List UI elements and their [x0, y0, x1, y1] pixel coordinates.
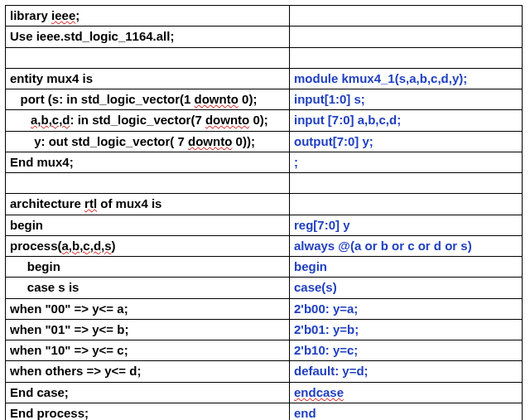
- verilog-cell: [290, 47, 523, 68]
- vhdl-text: 0);: [249, 113, 268, 127]
- verilog-text: end: [294, 406, 316, 420]
- vhdl-cell: a,b,c,d: in std_logic_vector(7 downto 0)…: [6, 110, 290, 131]
- verilog-text: input[1:0] s;: [294, 92, 365, 106]
- table-row: End mux4;;: [6, 152, 523, 172]
- verilog-cell: case(s): [290, 278, 523, 298]
- verilog-text: output[7:0] y;: [294, 134, 373, 148]
- vhdl-text: [10, 113, 31, 127]
- code-comparison-table: library ieee;Use ieee.std_logic_1164.all…: [5, 5, 523, 420]
- vhdl-text: End case;: [10, 385, 69, 399]
- vhdl-text: entity mux4 is: [10, 71, 93, 85]
- verilog-cell: reg[7:0] y: [290, 215, 523, 235]
- verilog-cell: 2'b01: y=b;: [290, 319, 523, 340]
- vhdl-cell: Use ieee.std_logic_1164.all;: [6, 27, 290, 47]
- table-row: End case;endcase: [6, 382, 523, 403]
- verilog-cell: endcase: [290, 382, 523, 403]
- vhdl-cell: library ieee;: [6, 6, 290, 27]
- vhdl-cell: y: out std_logic_vector( 7 downto 0));: [6, 131, 290, 152]
- vhdl-cell: End process;: [6, 403, 290, 420]
- vhdl-text: begin: [10, 259, 60, 273]
- verilog-text: case(s): [294, 280, 337, 294]
- table-row: when others => y<= d;default: y=d;: [6, 361, 523, 382]
- table-row: beginbegin: [6, 257, 523, 278]
- verilog-cell: ;: [290, 152, 523, 172]
- spellcheck-underline: downto: [195, 92, 238, 106]
- table-row: process(a,b,c,d,s)always @(a or b or c o…: [6, 235, 523, 256]
- spellcheck-underline: a,b,c,d: [31, 113, 70, 127]
- verilog-text: always @(a or b or c or d or s): [294, 239, 472, 253]
- vhdl-cell: architecture rtl of mux4 is: [6, 194, 290, 215]
- verilog-text: module kmux4_1(s,a,b,c,d,y);: [294, 71, 467, 85]
- verilog-text: [294, 51, 297, 65]
- table-row: End process;end: [6, 403, 523, 420]
- verilog-cell: [290, 194, 523, 215]
- verilog-text: ;: [294, 155, 298, 169]
- verilog-cell: begin: [290, 257, 523, 278]
- vhdl-text: ;: [75, 8, 80, 22]
- vhdl-text: 0));: [232, 134, 255, 148]
- vhdl-text: port (s: in std_logic_vector(1: [10, 92, 195, 106]
- vhdl-cell: when "01" => y<= b;: [6, 319, 290, 340]
- verilog-cell: [290, 173, 523, 194]
- vhdl-text: when "10" => y<= c;: [10, 343, 128, 357]
- vhdl-text: [10, 51, 13, 65]
- vhdl-text: Use ieee.std_logic_1164.all;: [10, 29, 174, 43]
- verilog-cell: default: y=d;: [290, 361, 523, 382]
- vhdl-cell: when others => y<= d;: [6, 361, 290, 382]
- verilog-cell: always @(a or b or c or d or s): [290, 235, 523, 256]
- verilog-text: 2'b00: y=a;: [294, 302, 358, 316]
- table-row: beginreg[7:0] y: [6, 215, 523, 235]
- vhdl-text: library: [10, 8, 51, 22]
- vhdl-text: when "01" => y<= b;: [10, 322, 128, 336]
- vhdl-cell: [6, 173, 290, 194]
- verilog-text: 2'b01: y=b;: [294, 322, 359, 336]
- verilog-text: input [7:0] a,b,c,d;: [294, 113, 401, 127]
- verilog-cell: [290, 27, 523, 47]
- spellcheck-underline: a,b,c,d,s: [62, 239, 112, 253]
- table-row: [6, 47, 523, 68]
- vhdl-cell: End case;: [6, 382, 290, 403]
- spellcheck-underline: rtl: [84, 196, 97, 210]
- verilog-cell: end: [290, 403, 523, 420]
- vhdl-text: case s is: [10, 280, 79, 294]
- vhdl-cell: when "10" => y<= c;: [6, 340, 290, 361]
- vhdl-text: when "00" => y<= a;: [10, 302, 128, 316]
- table-row: Use ieee.std_logic_1164.all;: [6, 27, 523, 47]
- spellcheck-underline: downto: [205, 113, 249, 127]
- vhdl-cell: process(a,b,c,d,s): [6, 235, 290, 256]
- verilog-cell: 2'b10: y=c;: [290, 340, 523, 361]
- spellcheck-underline: ieee: [51, 8, 75, 22]
- vhdl-cell: [6, 47, 290, 68]
- verilog-text: [294, 176, 297, 190]
- vhdl-cell: entity mux4 is: [6, 68, 290, 89]
- vhdl-text: of mux4 is: [97, 196, 161, 210]
- verilog-text: 2'b10: y=c;: [294, 343, 358, 357]
- table-row: architecture rtl of mux4 is: [6, 194, 523, 215]
- verilog-cell: [290, 6, 523, 27]
- table-row: entity mux4 ismodule kmux4_1(s,a,b,c,d,y…: [6, 68, 523, 89]
- vhdl-text: End process;: [10, 406, 89, 420]
- verilog-text: default: y=d;: [294, 364, 369, 378]
- table-row: when "00" => y<= a;2'b00: y=a;: [6, 298, 523, 319]
- vhdl-cell: begin: [6, 257, 290, 278]
- verilog-text: reg[7:0] y: [294, 218, 350, 232]
- verilog-cell: module kmux4_1(s,a,b,c,d,y);: [290, 68, 523, 89]
- table-row: port (s: in std_logic_vector(1 downto 0)…: [6, 89, 523, 110]
- verilog-cell: input [7:0] a,b,c,d;: [290, 110, 523, 131]
- vhdl-text: 0);: [238, 92, 258, 106]
- vhdl-text: process(: [10, 239, 62, 253]
- verilog-cell: output[7:0] y;: [290, 131, 523, 152]
- verilog-cell: 2'b00: y=a;: [290, 298, 523, 319]
- vhdl-text: when others => y<= d;: [10, 364, 141, 378]
- vhdl-cell: case s is: [6, 278, 290, 298]
- table-row: y: out std_logic_vector( 7 downto 0));ou…: [6, 131, 523, 152]
- vhdl-cell: End mux4;: [6, 152, 290, 172]
- vhdl-text: begin: [10, 218, 43, 232]
- table-row: [6, 173, 523, 194]
- table-row: case s iscase(s): [6, 278, 523, 298]
- spellcheck-underline: endcase: [294, 385, 344, 399]
- table-row: when "01" => y<= b;2'b01: y=b;: [6, 319, 523, 340]
- table-row: a,b,c,d: in std_logic_vector(7 downto 0)…: [6, 110, 523, 131]
- vhdl-text: y: out std_logic_vector( 7: [10, 134, 188, 148]
- table-row: when "10" => y<= c;2'b10: y=c;: [6, 340, 523, 361]
